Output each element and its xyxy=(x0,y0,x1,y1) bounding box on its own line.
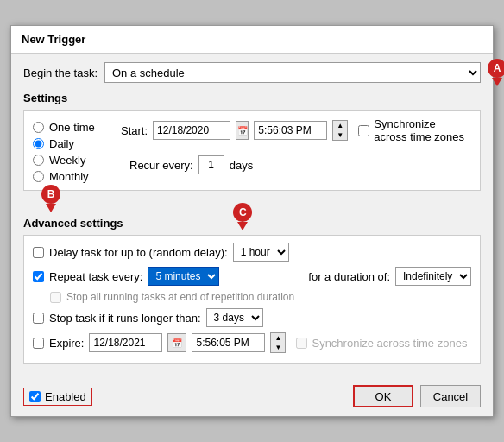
expire-label: Expire: xyxy=(49,337,84,350)
expire-checkbox[interactable] xyxy=(33,338,44,349)
enabled-box: Enabled xyxy=(23,388,92,406)
badge-b-tail xyxy=(46,204,56,212)
begin-task-wrapper: On a schedule A xyxy=(104,62,481,83)
begin-task-label: Begin the task: xyxy=(23,66,98,79)
right-col: Start: 📅 ▲ ▼ Synchronize across time zon… xyxy=(121,117,471,183)
sync-label: Synchronize across time zones xyxy=(374,117,471,143)
start-label: Start: xyxy=(121,124,148,137)
duration-label: for a duration of: xyxy=(308,270,390,283)
expire-time-spin-up[interactable]: ▲ xyxy=(271,333,285,343)
expire-sync-label: Synchronize across time zones xyxy=(312,337,467,350)
stop-longer-label: Stop task if it runs longer than: xyxy=(49,312,201,325)
delay-row: Delay task for up to (random delay): 1 h… xyxy=(33,243,471,262)
stop-longer-checkbox[interactable] xyxy=(33,313,44,324)
recur-unit: days xyxy=(230,159,253,172)
radio-one-time-input[interactable] xyxy=(33,122,44,133)
stop-tasks-checkbox xyxy=(50,292,61,303)
start-time-spin[interactable]: ▲ ▼ xyxy=(332,120,348,141)
begin-task-select[interactable]: On a schedule xyxy=(104,62,481,83)
badge-b-pin: B xyxy=(41,185,60,212)
start-row: Start: 📅 ▲ ▼ Synchronize across time zon… xyxy=(121,117,471,143)
radio-daily-label: Daily xyxy=(49,137,74,150)
delay-checkbox[interactable] xyxy=(33,247,44,258)
duration-select[interactable]: Indefinitely xyxy=(395,267,471,286)
badge-b-circle: B xyxy=(41,185,60,204)
radio-weekly-label: Weekly xyxy=(49,154,85,167)
repeat-select[interactable]: 5 minutes xyxy=(148,267,219,286)
badge-c-pin: C xyxy=(233,203,252,230)
badge-a-pin: A xyxy=(488,59,504,86)
settings-section-label: Settings xyxy=(23,92,481,104)
ok-button[interactable]: OK xyxy=(353,385,413,407)
enabled-checkbox[interactable] xyxy=(29,391,41,402)
expire-time-spin-down[interactable]: ▼ xyxy=(271,343,285,352)
badge-c-circle: C xyxy=(233,203,252,222)
start-date-calendar-btn[interactable]: 📅 xyxy=(236,121,249,140)
delay-select[interactable]: 1 hour xyxy=(233,243,289,262)
settings-box: One time Daily Weekly Monthly xyxy=(23,110,481,191)
stop-tasks-label: Stop all running tasks at end of repetit… xyxy=(66,291,294,303)
stop-longer-row: Stop task if it runs longer than: 3 days xyxy=(33,308,471,327)
delay-label: Delay task for up to (random delay): xyxy=(49,246,228,259)
start-time-input[interactable] xyxy=(254,121,327,140)
badge-a-circle: A xyxy=(488,59,504,78)
dialog-title: New Trigger xyxy=(11,26,493,54)
radio-one-time[interactable]: One time xyxy=(33,121,104,134)
radio-monthly-input[interactable] xyxy=(33,171,44,182)
repeat-label: Repeat task every: xyxy=(49,270,142,283)
recur-value-input[interactable] xyxy=(198,155,224,174)
expire-calendar-btn[interactable]: 📅 xyxy=(167,333,186,352)
stop-tasks-row: Stop all running tasks at end of repetit… xyxy=(33,291,471,303)
expire-date-input[interactable] xyxy=(89,333,162,352)
recur-label: Recur every: xyxy=(129,159,193,172)
time-spin-up[interactable]: ▲ xyxy=(333,121,347,130)
recur-row: Recur every: days xyxy=(121,155,471,174)
radio-monthly[interactable]: Monthly xyxy=(33,170,104,183)
enabled-label: Enabled xyxy=(45,390,86,403)
expire-row: Expire: 📅 ▲ ▼ Synchronize across time zo… xyxy=(33,332,471,353)
radio-daily-input[interactable] xyxy=(33,138,44,149)
time-spin-down[interactable]: ▼ xyxy=(333,130,347,140)
repeat-row: Repeat task every: 5 minutes for a durat… xyxy=(33,267,471,286)
repeat-checkbox[interactable] xyxy=(33,271,44,282)
new-trigger-dialog: New Trigger Begin the task: On a schedul… xyxy=(10,25,494,417)
radio-weekly[interactable]: Weekly xyxy=(33,154,104,167)
expire-time-spin[interactable]: ▲ ▼ xyxy=(270,332,286,353)
cancel-button[interactable]: Cancel xyxy=(420,385,481,407)
badge-a-tail xyxy=(492,78,502,86)
radio-one-time-label: One time xyxy=(49,121,95,134)
badge-c-tail xyxy=(237,222,248,230)
stop-longer-select[interactable]: 3 days xyxy=(206,308,263,327)
advanced-section: C Delay task for up to (random delay): 1… xyxy=(23,235,481,364)
sync-checkbox[interactable] xyxy=(358,125,369,136)
sync-checkbox-row: Synchronize across time zones xyxy=(358,117,471,143)
start-date-input[interactable] xyxy=(153,121,230,140)
expire-sync-checkbox xyxy=(296,338,307,349)
radio-weekly-input[interactable] xyxy=(33,155,44,166)
radio-monthly-label: Monthly xyxy=(49,170,89,183)
footer-row: Enabled OK Cancel xyxy=(11,382,493,416)
expire-time-input[interactable] xyxy=(192,333,265,352)
radio-daily[interactable]: Daily xyxy=(33,137,104,150)
expire-sync-row: Synchronize across time zones xyxy=(296,337,467,350)
radio-group-col: One time Daily Weekly Monthly xyxy=(33,117,110,183)
